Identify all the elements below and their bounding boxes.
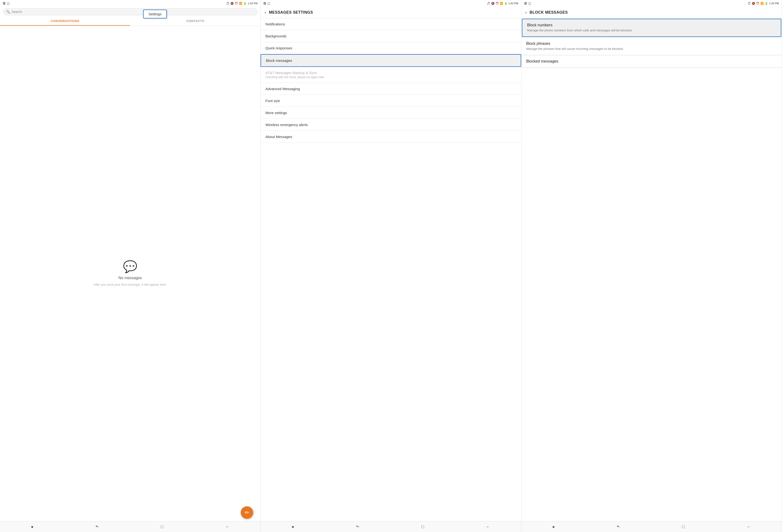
status-alarm: ⏰ [235,2,238,5]
status-bar-1: 🖼 📋 🎵 🔇 ⏰ 📶 🔋 1:43 PM [0,0,260,7]
nav-recent-3[interactable]: ⬑ [616,524,620,529]
status-icon-clip-3: 📋 [528,2,531,5]
blocked-messages-title: Blocked messages [526,59,777,64]
panel-conversations: 🖼 📋 🎵 🔇 ⏰ 📶 🔋 1:43 PM 🔍 Search Settings … [0,0,260,532]
status-bar-3: 🖼 📋 🎵 🔇 ⏰ 📶 🔋 1:43 PM [522,0,782,7]
status-time-1: 1:43 PM [248,2,257,5]
block-messages-back-button[interactable]: ‹ [525,10,527,15]
status-signal-3: 📶 [760,2,764,5]
status-bar-2: 🖼 📋 🎵 🔇 ⏰ 📶 🔋 1:43 PM [260,0,521,7]
block-phrases-sub: Manage the phrases that will cause incom… [526,47,777,51]
no-messages-title: No messages [118,276,142,280]
status-signal-2: 📶 [500,2,503,5]
status-right-1: 🎵 🔇 ⏰ 📶 🔋 1:43 PM [226,2,257,5]
block-item-phrases[interactable]: Block phrases Manage the phrases that wi… [522,38,782,55]
status-left-1: 🖼 📋 [3,2,10,5]
settings-item-font-size[interactable]: Font size [260,95,521,107]
status-alarm-2: ⏰ [496,2,499,5]
block-phrases-title: Block phrases [526,41,777,46]
status-left-2: 🖼 📋 [263,2,271,5]
nav-home-1[interactable]: □ [161,524,164,529]
settings-item-backgrounds[interactable]: Backgrounds [260,30,521,42]
bottom-nav-3: ● ⬑ □ ← [522,521,782,532]
status-bluetooth-3: 🎵 [747,2,751,5]
nav-dot-1[interactable]: ● [31,524,34,529]
block-numbers-sub: Manage the phone numbers from which call… [527,28,776,33]
divider-3 [522,68,782,68]
settings-item-att-backup: AT&T Messages Backup & Sync Checking wit… [260,67,521,83]
nav-home-2[interactable]: □ [421,524,424,529]
panel-block-messages: 🖼 📋 🎵 🔇 ⏰ 📶 🔋 1:43 PM ‹ BLOCK MESSAGES B… [522,0,782,532]
bottom-nav-1: ● ⬑ □ ← [0,521,260,532]
status-right-3: 🎵 🔇 ⏰ 📶 🔋 1:43 PM [747,2,779,5]
status-alarm-3: ⏰ [756,2,759,5]
search-bar[interactable]: 🔍 Search [3,8,257,15]
bottom-nav-2: ● ⬑ □ ← [260,521,521,532]
nav-back-2[interactable]: ← [486,524,490,529]
status-left-3: 🖼 📋 [524,2,531,5]
settings-back-button[interactable]: ‹ [264,10,266,15]
tab-conversations[interactable]: CONVERSATIONS [0,17,130,26]
status-icon-clip-2: 📋 [267,2,271,5]
status-right-2: 🎵 🔇 ⏰ 📶 🔋 1:43 PM [487,2,518,5]
tabs-row: CONVERSATIONS CONTACTS [0,17,260,26]
settings-item-wireless-alerts[interactable]: Wireless emergency alerts [260,119,521,131]
search-icon: 🔍 [6,10,10,14]
nav-dot-3[interactable]: ● [552,524,555,529]
no-messages-area: 💬 No messages After you send your first … [0,26,260,521]
block-messages-header: ‹ BLOCK MESSAGES [522,7,782,18]
status-icon-img: 🖼 [3,2,5,5]
nav-home-3[interactable]: □ [682,524,685,529]
status-icon-img-3: 🖼 [524,2,527,5]
status-icon-clip: 📋 [6,2,10,5]
status-icon-img-2: 🖼 [263,2,266,5]
status-signal: 📶 [239,2,242,5]
block-numbers-title: Block numbers [527,23,776,27]
status-mute: 🔇 [230,2,234,5]
settings-item-quick-responses[interactable]: Quick responses [260,42,521,54]
panel1-header: 🔍 Search [0,7,260,17]
panel-messages-settings: 🖼 📋 🎵 🔇 ⏰ 📶 🔋 1:43 PM ‹ MESSAGES SETTING… [260,0,521,532]
status-mute-2: 🔇 [491,2,495,5]
settings-item-advanced-messaging[interactable]: Advanced Messaging [260,83,521,95]
no-messages-subtitle: After you send your first message, it wi… [94,282,167,287]
settings-overlay[interactable]: Settings [143,10,167,18]
settings-page-title: MESSAGES SETTINGS [269,10,313,14]
settings-overlay-label: Settings [148,12,161,16]
status-bluetooth-2: 🎵 [487,2,490,5]
status-bluetooth: 🎵 [226,2,229,5]
status-time-3: 1:43 PM [769,2,779,5]
settings-item-block-messages[interactable]: Block messages [260,54,521,67]
nav-dot-2[interactable]: ● [291,524,294,529]
nav-back-1[interactable]: ← [225,524,229,529]
settings-item-about-messages[interactable]: About Messages [260,131,521,143]
nav-recent-1[interactable]: ⬑ [96,524,99,529]
settings-list: Notifications Backgrounds Quick response… [260,18,521,521]
settings-item-notifications[interactable]: Notifications [260,18,521,30]
settings-item-more-settings[interactable]: More settings [260,107,521,119]
status-battery-3: 🔋 [765,2,768,5]
nav-back-3[interactable]: ← [747,524,751,529]
status-time-2: 1:43 PM [508,2,518,5]
status-battery: 🔋 [243,2,247,5]
status-mute-3: 🔇 [752,2,755,5]
nav-recent-2[interactable]: ⬑ [356,524,360,529]
block-items-list: Block numbers Manage the phone numbers f… [522,18,782,521]
search-placeholder: Search [11,10,22,14]
block-item-numbers[interactable]: Block numbers Manage the phone numbers f… [522,19,781,37]
settings-header: ‹ MESSAGES SETTINGS [260,7,521,18]
status-battery-2: 🔋 [504,2,507,5]
compose-fab[interactable]: ✏ [241,506,253,519]
compose-icon: ✏ [245,509,249,516]
chat-bubble-icon: 💬 [123,260,137,273]
block-item-blocked-messages[interactable]: Blocked messages [522,55,782,68]
block-messages-page-title: BLOCK MESSAGES [530,10,568,14]
